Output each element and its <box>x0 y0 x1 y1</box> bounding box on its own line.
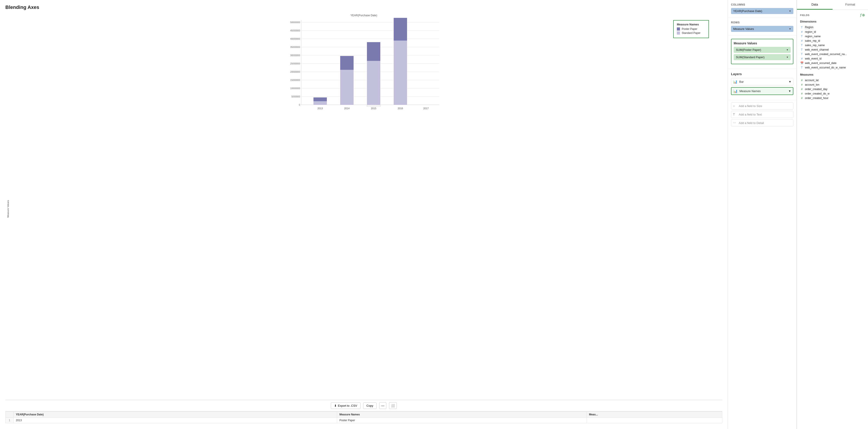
svg-text:5000000: 5000000 <box>291 95 300 98</box>
svg-text:2015: 2015 <box>371 107 376 110</box>
svg-text:2013: 2013 <box>317 107 323 110</box>
chart-container: YEAR(Purchase Date) Measure Values 0 500… <box>5 14 722 411</box>
dim-web-event-created[interactable]: T web_event_created_occurred_na... <box>800 52 865 56</box>
meas-account-lat[interactable]: # account_lat <box>800 78 865 83</box>
col-header-year: YEAR(Purchase Date) <box>13 411 337 418</box>
export-label: Export to .CSV <box>338 404 357 407</box>
x-axis-title: YEAR(Purchase Date) <box>5 14 722 17</box>
columns-pill[interactable]: YEAR(Purchase Date) ▼ <box>731 8 794 14</box>
dim-region-label: Region <box>805 26 813 29</box>
dimensions-title: Dimensions <box>800 20 865 23</box>
dim-sales-rep-name-label: sales_rep_name <box>805 44 825 47</box>
legend-swatch-poster <box>677 27 680 31</box>
dim-web-event-channel[interactable]: T web_event_channel <box>800 48 865 52</box>
svg-rect-29 <box>313 101 327 105</box>
data-table: YEAR(Purchase Date) Measure Names Meas..… <box>5 411 722 423</box>
copy-button[interactable]: Copy <box>363 402 376 409</box>
export-icon: ⬇ <box>334 404 337 407</box>
layer-bar[interactable]: 📊 Bar ▼ <box>731 78 794 85</box>
svg-text:2014: 2014 <box>344 107 349 110</box>
size-field-row[interactable]: ○ Add a field to Size <box>731 102 794 110</box>
detail-field-row[interactable]: ⋯ Add a field to Detail <box>731 119 794 126</box>
dim-region[interactable]: T Region <box>800 25 865 30</box>
measure-values-title: Measure Values <box>734 41 791 45</box>
dim-web-event-id[interactable]: # web_event_id <box>800 56 865 61</box>
dim-sales-rep-id[interactable]: # sales_rep_id <box>800 38 865 43</box>
size-placeholder: Add a field to Size <box>739 104 762 108</box>
add-field-button[interactable]: ƒ⊕ <box>860 13 865 17</box>
chart-svg-area: 0 5000000 10000000 15000000 20000000 250… <box>9 18 722 400</box>
fields-header: FIELDS ƒ⊕ <box>800 13 865 17</box>
chart-panel: Blending Axes YEAR(Purchase Date) Measur… <box>0 0 727 429</box>
bar-chart-icon: 📊 <box>733 80 738 84</box>
dim-web-event-id-icon: # <box>800 57 804 60</box>
meas-account-lat-label: account_lat <box>805 79 818 82</box>
rows-pill[interactable]: Measure Values ▼ <box>731 26 794 32</box>
dim-region-name-label: region_name <box>805 35 820 38</box>
svg-rect-33 <box>367 61 380 105</box>
dim-region-id-label: region_id <box>805 30 816 33</box>
legend-label-standard: Standard Paper <box>682 31 701 34</box>
dim-sales-rep-name[interactable]: T sales_rep_name <box>800 43 865 48</box>
columns-dropdown-arrow: ▼ <box>789 10 791 12</box>
measure-values-box: Measure Values SUM(Poster Paper) ▼ SUM(S… <box>731 39 794 64</box>
dim-web-event-created-icon: T <box>800 53 804 56</box>
right-content: FIELDS ƒ⊕ Dimensions T Region # region_i… <box>797 10 868 429</box>
dim-web-event-occurred-dow-icon: T <box>800 66 804 69</box>
sum-standard-pill[interactable]: SUM(Standard Paper) ▼ <box>734 54 791 60</box>
svg-text:2017: 2017 <box>423 107 429 110</box>
detail-placeholder: Add a field to Detail <box>739 121 764 125</box>
sum-standard-arrow: ▼ <box>786 56 788 58</box>
expand-button[interactable]: ⬜ <box>389 402 397 409</box>
legend-label-poster: Poster Paper <box>682 27 698 31</box>
sum-poster-pill[interactable]: SUM(Poster Paper) ▼ <box>734 47 791 53</box>
layer-measure-names-label: Measure Names <box>739 89 786 93</box>
svg-text:35000000: 35000000 <box>290 46 300 48</box>
export-csv-button[interactable]: ⬇ Export to .CSV <box>331 402 361 409</box>
meas-order-created-day-icon: # <box>800 88 804 91</box>
layer-measure-names[interactable]: 📊 Measure Names ▼ <box>731 87 794 95</box>
meas-order-created-dow-label: order_created_do_w <box>805 92 830 95</box>
row-meas-val <box>587 418 722 423</box>
layer-measure-names-arrow: ▼ <box>788 89 791 93</box>
dim-region-id-icon: # <box>800 30 804 33</box>
svg-text:50000000: 50000000 <box>290 21 300 24</box>
text-placeholder: Add a field to Text <box>739 113 762 116</box>
dim-web-event-occurred-dow[interactable]: T web_event_occurred_do_w_name <box>800 65 865 70</box>
col-header-meas: Meas... <box>587 411 722 418</box>
legend-title: Measure Names <box>677 23 705 26</box>
legend-box: Measure Names Poster Paper Standard Pape… <box>673 20 709 38</box>
dim-region-name[interactable]: T region_name <box>800 34 865 38</box>
meas-order-created-day[interactable]: # order_created_day <box>800 87 865 91</box>
rows-label: Rows <box>731 21 794 24</box>
middle-panel: Columns YEAR(Purchase Date) ▼ Rows Measu… <box>727 0 797 429</box>
layer-bar-arrow: ▼ <box>788 80 792 83</box>
svg-rect-34 <box>367 42 380 61</box>
measure-names-icon: 📊 <box>733 89 738 93</box>
minimize-button[interactable]: — <box>379 402 386 409</box>
columns-pill-label: YEAR(Purchase Date) <box>733 9 762 13</box>
legend-item-poster: Poster Paper <box>677 27 705 31</box>
dim-web-event-occurred-date[interactable]: 📅 web_event_occurred_date <box>800 61 865 65</box>
text-icon: T <box>733 113 737 116</box>
rows-pill-label: Measure Values <box>733 27 754 31</box>
meas-order-created-dow[interactable]: # order_created_do_w <box>800 91 865 96</box>
data-table-area: YEAR(Purchase Date) Measure Names Meas..… <box>5 411 722 429</box>
text-field-row[interactable]: T Add a field to Text <box>731 111 794 118</box>
dim-region-id[interactable]: # region_id <box>800 30 865 34</box>
layers-title: Layers <box>731 72 794 76</box>
svg-text:40000000: 40000000 <box>290 38 300 40</box>
meas-order-created-hour[interactable]: # order_created_hour <box>800 96 865 101</box>
svg-text:0: 0 <box>299 104 300 106</box>
dim-web-event-occurred-date-icon: 📅 <box>800 61 804 65</box>
tab-data[interactable]: Data <box>797 0 833 9</box>
row-measure-name: Poster Paper <box>337 418 587 423</box>
dim-region-icon: T <box>800 26 804 29</box>
tab-format[interactable]: Format <box>833 0 868 9</box>
right-tabs: Data Format <box>797 0 868 10</box>
meas-account-lon[interactable]: # account_lon <box>800 83 865 87</box>
svg-rect-30 <box>313 97 327 101</box>
table-row: 1 2013 Poster Paper <box>6 418 722 423</box>
meas-order-created-day-label: order_created_day <box>805 88 828 91</box>
meas-account-lon-label: account_lon <box>805 83 819 86</box>
